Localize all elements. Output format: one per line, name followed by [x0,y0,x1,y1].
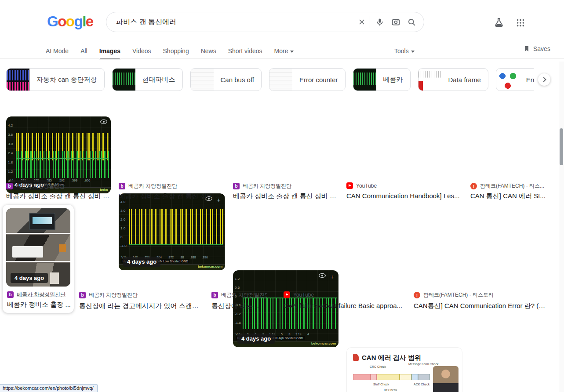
apps-grid-icon[interactable] [515,18,526,28]
bit-check-label: Bit Check [384,388,397,392]
chevron-down-icon [290,51,294,53]
chip-can-termination[interactable]: 자동차 can 종단저항 [6,68,105,91]
result-source[interactable]: b베콤카 차량정밀진단 [7,291,71,298]
result-title[interactable]: 통신장애 라는 경고메시지가 있어 스캔해보... [79,302,202,310]
result-source[interactable]: b베콤카 차량정밀진단 [79,291,202,299]
search-input[interactable]: 파비스 캔 통신에러 [116,18,357,27]
chip-can-bus-off[interactable]: Can bus off [190,68,262,91]
result-tabs: AI Mode All Images Videos Shopping News … [46,44,294,59]
crc-check-label: CRC Check [370,365,386,368]
result-source[interactable]: !팜테크(FAMTECH) - 티스토리 [414,291,547,299]
site-favicon: b [211,292,218,298]
voice-search-icon[interactable] [375,17,385,27]
site-favicon: b [7,291,14,298]
plus-icon: ＋ [329,273,335,281]
chip-thumbnail [269,68,292,91]
tab-images[interactable]: Images [99,44,120,59]
result-title[interactable]: 통신장애 라는 경고... [211,302,267,310]
saves-button[interactable]: Saves [523,45,550,52]
result-title[interactable]: CAN failure #CAN failure Basic approa... [284,302,404,309]
result-source[interactable]: b베콤카 차량정밀진단 [211,291,267,299]
watermark: bekomcar.com [198,265,222,269]
scope-trace-yellow [129,209,223,244]
age-badge: 4 days ago [11,273,48,283]
youtube-favicon [346,182,353,189]
result-source[interactable]: !팜테크(FAMTECH) - 티스... [470,182,549,190]
header-divider [0,58,564,59]
chip-hyundai-pavise[interactable]: 현대파비스 [112,68,183,91]
search-box[interactable]: 파비스 캔 통신에러 [106,12,424,32]
site-favicon: b [233,183,240,189]
can-frame-bar [353,374,430,380]
search-submit-icon[interactable] [406,17,417,27]
scope-baseline [129,244,223,245]
tab-more[interactable]: More [274,44,294,59]
tab-news[interactable]: News [201,44,216,59]
result-thumbnail[interactable]: CAN 에러 검사 범위 CRC Check Message Form Chec… [346,347,462,392]
site-favicon: b [119,183,125,189]
chip-thumbnail [496,68,519,91]
result-title[interactable]: 베콤카 정비소 출장 캔 통신 정비 워... [233,192,338,200]
chip-bekomcar[interactable]: 베콤카 [353,68,411,91]
chips-scroll-right-button[interactable] [538,73,550,86]
filter-chips-row: 자동차 can 종단저항 현대파비스 Can bus off Error cou… [6,68,534,91]
chevron-down-icon [411,51,415,53]
site-favicon: b [6,183,13,189]
result-title[interactable]: CAN 통신] CAN 에러 St... [470,192,549,200]
scope-y-axis: 4.0 3.0 2.0 1.0 0 -1.0 [120,198,127,250]
age-badge: 4 days ago [123,257,160,267]
chip-thumbnail [191,68,214,91]
result-thumbnail[interactable]: 4.2 3.6 3.0 2.4 1.8 1.2 0.6 V 4s .571 .5… [6,116,111,193]
result-card-hovered[interactable]: 4 days ago b베콤카 차량정밀진단 베콤카 정비소 출장 ... [3,205,74,313]
famtech-favicon: ! [414,292,420,298]
slide-title: CAN 에러 검사 범위 [362,354,421,362]
santa-doodle [353,354,359,361]
result-thumbnail[interactable]: 4 days ago [6,208,70,287]
result-source[interactable]: YouTube [346,182,462,189]
result-source[interactable]: b베콤카 차량정밀진단 [233,182,338,190]
scrollbar-thumb[interactable] [560,128,563,165]
result-source[interactable]: b베콤카 차량정밀진단 [6,182,111,190]
ack-check-label: ACK Check [414,383,429,386]
chip-error-counter[interactable]: Error counter [269,68,346,91]
tab-shopping[interactable]: Shopping [163,44,189,59]
stuff-check-label: Stuff Check [373,383,389,386]
chip-thumbnail [7,68,29,91]
clear-search-icon[interactable] [357,17,367,27]
visibility-icon [100,119,107,124]
labs-icon[interactable] [494,17,504,28]
search-divider [370,16,370,28]
chip-thumbnail [418,68,441,91]
result-title[interactable]: 베콤카 정비소 출장 ... [7,301,71,309]
status-url-bar: https://bekomcar.com/en/photo/bl5dnjmvq/ [0,384,98,392]
scope-trace-green [16,151,109,178]
result-source[interactable]: YouTube [284,291,404,298]
presenter-photo [433,366,458,392]
famtech-favicon: ! [470,183,477,189]
photo-strip [6,208,70,234]
chip-data-frame[interactable]: Data frame [418,68,488,91]
chip-thumbnail [113,68,135,91]
chevron-right-icon [541,77,546,82]
google-images-page: Google 파비스 캔 통신에러 AI Mode All Images Vid… [0,0,564,392]
scope-y-axis: 1.2 0.6 0 -0.6 -1.2 -1.8 [235,275,241,327]
tab-short-videos[interactable]: Short videos [228,44,262,59]
photo-strip [6,235,70,262]
result-title[interactable]: CAN통신] CAN Communication Error 란? (D... [414,302,547,310]
tab-all[interactable]: All [80,44,87,59]
tab-ai-mode[interactable]: AI Mode [46,44,69,59]
form-check-label: Message Form Check [408,363,438,366]
age-badge: 4 days ago [237,334,275,344]
chip-error-passive[interactable]: Error passive [496,68,534,91]
result-source[interactable]: b베콤카 차량정밀진단 [119,182,225,190]
chip-thumbnail [353,68,376,91]
result-thumbnail[interactable]: 4.0 3.0 2.0 1.0 0 -1.0 V 0s .848 .856 .8… [119,193,225,270]
result-title[interactable]: 베콤카 정비소 출장 캔 통신 정비 워... [119,192,225,200]
result-title[interactable]: CAN Communication Handbook] Les... [346,192,462,200]
lens-search-icon[interactable] [390,17,401,27]
youtube-favicon [284,291,290,298]
result-title[interactable]: 베콤카 정비소 출장 캔 통신 정비 워... [6,192,111,200]
tab-videos[interactable]: Videos [132,44,151,59]
google-logo[interactable]: Google [47,13,93,30]
scrollbar-track[interactable] [559,62,564,392]
